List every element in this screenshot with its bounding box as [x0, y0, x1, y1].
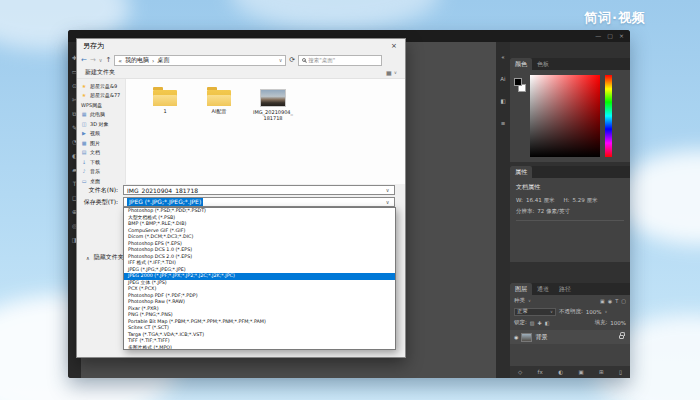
document-size-row: W: 16.41 厘米 H: 5.29 厘米: [516, 197, 624, 204]
refresh-icon[interactable]: ⟳: [289, 56, 295, 64]
blend-mode-select[interactable]: 正常 ∨: [514, 308, 556, 316]
filetype-combobox[interactable]: JPEG (*.JPG;*.JPEG;*.JPE) ∨: [123, 197, 395, 207]
shape-filter-icon[interactable]: ▢: [621, 298, 626, 304]
file-item-folder[interactable]: AI配音: [198, 87, 240, 114]
opacity-value[interactable]: 100%: [586, 309, 602, 315]
desktop-background: 简词·视频 — ▢ × ✚ ▭ ⊙ ✄ ⧉ ✎ ◔ ◐ ▰ T ◻ ⊕ ◎ ◨: [0, 0, 700, 400]
adjustment-filter-icon[interactable]: ◉: [608, 298, 612, 304]
adjustment-layer-icon[interactable]: ▣: [578, 369, 583, 375]
minimize-icon[interactable]: —: [595, 32, 601, 40]
fill-value[interactable]: 100%: [610, 320, 626, 326]
sidebar-item-label: 视频: [90, 130, 100, 136]
dialog-main: ★超星云盘&9 ★超星云盘&77 ☁WPS网盘 ▦此电脑 ◫3D 对象 ▶视频 …: [77, 79, 405, 184]
close-icon[interactable]: ×: [619, 32, 624, 40]
tab-channels[interactable]: 通道: [532, 283, 554, 295]
link-layers-icon[interactable]: ◇: [518, 369, 522, 375]
sidebar-item-wps[interactable]: ☁WPS网盘: [77, 100, 125, 110]
sidebar-item-music[interactable]: ♪音乐: [77, 167, 125, 177]
breadcrumb-collapse-icon[interactable]: «: [118, 57, 122, 64]
tab-layers[interactable]: 图层: [510, 283, 532, 295]
lock-label: 锁定:: [514, 319, 527, 326]
collapse-panels-icon[interactable]: «: [501, 54, 504, 60]
chevron-down-icon[interactable]: ∨: [279, 57, 283, 63]
file-name: AI配音: [212, 108, 227, 114]
dialog-titlebar[interactable]: 另存为 ×: [77, 39, 405, 53]
lock-transparency-icon[interactable]: ▨: [530, 320, 535, 326]
search-icon: [302, 58, 306, 62]
foreground-color-swatch[interactable]: [514, 78, 522, 86]
chevron-down-icon[interactable]: ∨: [394, 70, 397, 75]
width-label: W:: [516, 197, 523, 203]
maximize-icon[interactable]: ▢: [607, 32, 613, 40]
forward-button[interactable]: →: [90, 55, 96, 65]
file-format-dropdown: Photoshop (*.PSD;*.PDD;*.PSDT) 大型文档格式 (*…: [123, 207, 396, 350]
lock-position-icon[interactable]: ✚: [538, 320, 542, 326]
sidebar-item[interactable]: ★超星云盘&9: [77, 81, 125, 91]
sidebar-item-this-pc[interactable]: ▦此电脑: [77, 110, 125, 120]
sidebar-item-documents[interactable]: ▤文档: [77, 148, 125, 158]
dialog-navbar: ← → ∨ ↑ « 我的电脑 › 桌面 ∨ ⟳: [77, 53, 405, 67]
sidebar-item-pictures[interactable]: ▩图片: [77, 138, 125, 148]
downloads-icon: ↓: [81, 159, 87, 165]
history-dropdown-icon[interactable]: ∨: [99, 55, 103, 65]
view-mode-icon[interactable]: ▦: [386, 69, 392, 76]
resolution-row: 分辨率: 72 像素/英寸: [516, 208, 624, 215]
delete-layer-icon[interactable]: ▯: [619, 369, 622, 375]
chevron-down-icon[interactable]: ∨: [382, 186, 393, 194]
ai-plugin-icon[interactable]: Ai: [500, 76, 505, 82]
tab-paths[interactable]: 路径: [554, 283, 576, 295]
sidebar-item-3d-objects[interactable]: ◫3D 对象: [77, 119, 125, 129]
sidebar-item-downloads[interactable]: ↓下载: [77, 157, 125, 167]
hide-folders-button[interactable]: ∧ 隐藏文件夹: [86, 253, 124, 262]
close-icon[interactable]: ×: [383, 39, 405, 53]
sidebar-item-label: 图片: [90, 140, 100, 146]
file-list: 1 AI配音 IMG_20210904_ 181718: [125, 79, 405, 184]
up-button[interactable]: ↑: [105, 55, 111, 65]
lock-all-icon[interactable]: ◧: [545, 320, 550, 326]
adjustments-icon[interactable]: ◧: [500, 98, 505, 104]
sidebar-item-label: 下载: [90, 159, 100, 165]
chevron-down-icon[interactable]: ∨: [605, 309, 608, 314]
file-item-folder[interactable]: 1: [144, 87, 186, 114]
tab-swatches[interactable]: 色板: [532, 58, 554, 70]
chevron-down-icon[interactable]: ∨: [528, 298, 531, 303]
resolution-value: 72 像素/英寸: [537, 208, 570, 215]
search-box[interactable]: [298, 55, 382, 66]
pixel-filter-icon[interactable]: ▣: [600, 298, 605, 304]
chevron-down-icon[interactable]: ∨: [382, 198, 393, 206]
layer-visibility-icon[interactable]: ◉: [514, 334, 518, 340]
file-item-image[interactable]: IMG_20210904_ 181718: [252, 87, 294, 121]
hide-folders-label: 隐藏文件夹: [94, 253, 124, 262]
breadcrumb-current[interactable]: 桌面: [157, 56, 169, 65]
hue-slider[interactable]: [605, 75, 612, 157]
cloud: [230, 0, 440, 30]
filename-combobox[interactable]: IMG_20210904_181718 ∨: [123, 185, 395, 195]
breadcrumb[interactable]: « 我的电脑 › 桌面 ∨: [114, 55, 286, 66]
format-option[interactable]: 多图片格式 (*.MPO): [124, 345, 395, 351]
documents-icon: ▤: [81, 149, 87, 155]
type-filter-icon[interactable]: T: [615, 298, 618, 304]
lock-icon: [619, 335, 624, 339]
sidebar-item[interactable]: ★超星云盘&77: [77, 91, 125, 101]
filename-label: 文件名(N):: [79, 186, 123, 195]
layer-mask-icon[interactable]: ◐: [558, 369, 563, 375]
back-button[interactable]: ←: [81, 55, 87, 65]
new-layer-icon[interactable]: ⊞: [599, 369, 604, 375]
breadcrumb-root[interactable]: 我的电脑: [125, 56, 149, 65]
tab-color[interactable]: 颜色: [510, 58, 532, 70]
filter-kind-label[interactable]: 种类: [514, 297, 525, 304]
chevron-down-icon: ∨: [550, 309, 553, 314]
sidebar-item-label: 此电脑: [90, 111, 105, 117]
sidebar-item-desktop[interactable]: ▭桌面: [77, 176, 125, 184]
layer-thumbnail[interactable]: [521, 333, 532, 342]
libraries-icon[interactable]: ≡: [501, 120, 506, 126]
layer-row-background[interactable]: ◉ 背景: [510, 330, 630, 344]
new-folder-button[interactable]: 新建文件夹: [85, 68, 115, 77]
search-input[interactable]: [308, 57, 378, 63]
color-panel-tabs: 颜色 色板: [510, 58, 630, 70]
layer-effects-icon[interactable]: fx: [538, 369, 543, 375]
sidebar-item-videos[interactable]: ▶视频: [77, 129, 125, 139]
color-picker-body: [510, 70, 630, 162]
tab-properties[interactable]: 属性: [510, 166, 532, 178]
saturation-brightness-field[interactable]: [530, 75, 600, 157]
